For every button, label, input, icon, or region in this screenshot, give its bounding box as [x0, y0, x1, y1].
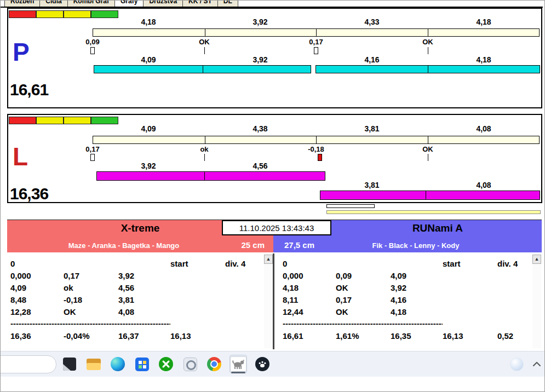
table-cell: start [443, 258, 497, 270]
scrollbar[interactable]: ▲ [532, 255, 541, 348]
timestamp-box: 11.10.2025 13:43:43 [222, 220, 331, 235]
dog-timing-app-icon[interactable] [230, 355, 247, 373]
sensor-marker-label: 0,17 [85, 145, 99, 153]
sensor-marker-label: OK [199, 38, 210, 46]
tab-kombi-graf[interactable]: Kombi Graf [68, 1, 115, 7]
split-value: 4,08 [428, 181, 540, 189]
status-block-green [91, 10, 118, 18]
table-cell: -0,04% [64, 330, 118, 342]
sensor-tick-line [428, 154, 428, 161]
split-values-top: 4,18 3,92 4,33 4,18 [93, 18, 540, 26]
scroll-up-button[interactable]: ▲ [532, 255, 541, 264]
table-cell: 0,000 [10, 270, 64, 282]
sensor-ticks [93, 154, 540, 162]
tab-druzstva[interactable]: Družstva [144, 1, 183, 7]
app-window: Rozběh Čidla Kombi Graf Grafy Družstva K… [0, 0, 545, 392]
table-total-row: 16,61 1,61% 16,35 16,13 0,52 [283, 330, 530, 342]
xbox-icon-shape [159, 357, 173, 371]
tab-grafy[interactable]: Grafy [115, 1, 144, 7]
table-cell: 3,81 [118, 294, 170, 306]
blue-grid-app-icon[interactable] [133, 355, 151, 373]
dog-icon-shape [232, 359, 245, 370]
table-cell: 16,36 [10, 330, 64, 342]
timestamp: 11.10.2025 13:43:43 [239, 223, 314, 233]
team-dogs-left: Maze - Aranka - Bagetka - Mango [7, 241, 240, 250]
lane-total-time-p: 16,61 [10, 80, 48, 99]
table-cell: 0,52 [497, 330, 530, 342]
table-cell: start [170, 258, 225, 270]
taskbar-search-input[interactable] [0, 355, 56, 373]
sensor-marker-labels: 0,17 ok -0,18 OK [93, 145, 540, 153]
status-block-yellow [36, 10, 64, 18]
lane-panel-p: 4,18 3,92 4,33 4,18 0,09 OK 0,17 OK 4,09… [7, 8, 542, 108]
chevron-up-icon[interactable] [532, 361, 541, 367]
results-table-left: 0 start div. 4 0,000 0,17 3,92 4,09 ok 4… [7, 253, 273, 349]
table-cell: div. 4 [225, 258, 261, 270]
status-blocks [9, 10, 118, 18]
copilot-icon[interactable] [510, 358, 524, 371]
sensor-tick-line [204, 154, 205, 161]
paw-app-icon[interactable] [254, 355, 271, 373]
edge-icon[interactable] [109, 355, 127, 373]
ring-app-icon[interactable] [181, 355, 199, 373]
tab-label: Grafy [121, 1, 137, 5]
dark-app-icon[interactable] [61, 355, 78, 373]
xbox-icon[interactable] [157, 355, 175, 373]
results-table-right: 0 start div. 4 0,000 0,09 4,09 4,18 OK 3… [274, 253, 542, 349]
table-cell: 4,08 [118, 306, 170, 318]
split-value: 4,08 [428, 125, 540, 133]
table-cell: 16,35 [391, 330, 443, 342]
scroll-up-button[interactable]: ▲ [264, 255, 273, 264]
table-cell: OK [336, 306, 391, 318]
split-bar-magenta [320, 191, 540, 200]
tab-dl[interactable]: DL [218, 1, 238, 7]
scroll-up-icon: ▲ [266, 256, 271, 262]
table-cell: 16,13 [443, 330, 497, 342]
track-divider [205, 136, 205, 143]
tab-rozbeh[interactable]: Rozběh [4, 1, 40, 7]
taskbar-icons [61, 355, 271, 373]
team-dogs-right: Fik - Black - Lenny - Kody [306, 241, 525, 250]
split-bar-magenta [96, 171, 325, 181]
lane-letter-l: L [13, 145, 28, 168]
table-cell: 4,09 [10, 282, 64, 294]
table-row: 4,18 OK 3,92 [283, 282, 530, 294]
status-block-yellow [64, 10, 91, 18]
table-row: 8,48 -0,18 3,81 [10, 294, 261, 306]
table-separator: ----------------------------------------… [283, 318, 443, 330]
sensor-marker-labels: 0,09 OK 0,17 OK [93, 38, 540, 46]
table-cell [118, 258, 170, 270]
track-divider [316, 29, 317, 36]
split-value: 3,92 [93, 162, 204, 170]
split-value: 4,56 [204, 162, 316, 170]
tab-kk-st[interactable]: KK / ST [183, 1, 218, 7]
table-cell: ok [64, 282, 118, 294]
table-cell: 3,92 [391, 282, 443, 294]
split-values-bottom: 4,09 3,92 4,16 4,18 [93, 56, 540, 64]
status-blocks [9, 117, 118, 124]
table-cell: 4,56 [118, 282, 170, 294]
bar-divider [426, 191, 426, 200]
table-cell: 0,09 [336, 270, 391, 282]
jump-height-left: 25 cm [241, 240, 265, 250]
table-cell: 4,18 [283, 282, 336, 294]
file-explorer-icon[interactable] [85, 355, 102, 373]
table-cell: 16,13 [170, 330, 225, 342]
split-value: 4,09 [93, 125, 204, 133]
table-cell: 0,17 [64, 270, 118, 282]
tab-cidla[interactable]: Čidla [40, 1, 67, 7]
tab-bar: Rozběh Čidla Kombi Graf Grafy Družstva K… [1, 1, 544, 7]
time-track [93, 136, 540, 144]
scrollbar[interactable]: ▲ [264, 255, 273, 348]
table-cell [225, 330, 261, 342]
table-cell: 16,61 [283, 330, 336, 342]
split-value: 4,18 [428, 18, 540, 26]
split-values-low: 3,81 4,08 [316, 181, 540, 189]
table-row: 4,09 ok 4,56 [10, 282, 261, 294]
scroll-up-icon: ▲ [535, 256, 540, 262]
split-value: 3,81 [316, 181, 428, 189]
chrome-icon[interactable] [205, 355, 223, 373]
paw-icon-shape [258, 360, 267, 368]
progress-strip-small [326, 204, 375, 208]
split-value: 4,16 [316, 56, 428, 64]
